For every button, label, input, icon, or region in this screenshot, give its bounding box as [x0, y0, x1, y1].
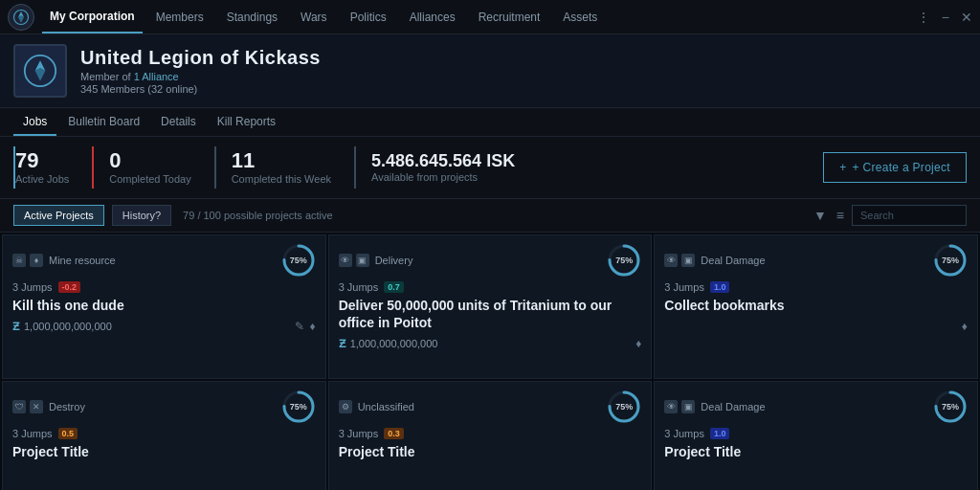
standing-badge: 0.7	[384, 281, 404, 293]
progress-circle: 75%	[281, 243, 316, 278]
card-type-label: Destroy	[49, 401, 85, 412]
card-icons: ⚙	[339, 400, 352, 413]
completed-today-value: 0	[109, 150, 190, 171]
minimize-icon[interactable]: −	[942, 10, 949, 25]
active-jobs-label: Active Jobs	[15, 173, 69, 185]
create-project-button[interactable]: + + Create a Project	[823, 152, 967, 183]
filter-icons: ▼ ≡	[813, 208, 844, 223]
card-icons: 👁▣	[339, 254, 369, 267]
card-icons: 🛡✕	[12, 400, 43, 413]
edit-icon[interactable]: ✎	[295, 320, 304, 333]
card-type-label: Deal Damage	[701, 401, 765, 412]
progress-label: 75%	[615, 256, 633, 265]
isk-label: Available from projects	[371, 171, 515, 183]
card-icons: 👁▣	[664, 400, 695, 413]
subtab-kill-reports[interactable]: Kill Reports	[208, 108, 285, 136]
corp-header: United Legion of Kickass Member of 1 All…	[0, 34, 980, 108]
type-icon: ▣	[681, 400, 695, 413]
card-jumps: 3 Jumps	[12, 428, 53, 439]
progress-label: 75%	[290, 256, 307, 265]
favorite-icon[interactable]: ♦	[962, 320, 968, 333]
project-card: 👁▣ Deal Damage 75% 3 Jumps 1.0 Project T…	[654, 381, 978, 490]
completed-week-label: Completed this Week	[232, 173, 331, 185]
card-jumps-row: 3 Jumps 1.0	[664, 281, 968, 293]
progress-circle: 75%	[933, 390, 968, 424]
card-type-label: Delivery	[375, 255, 413, 266]
type-icon: ✕	[30, 400, 43, 413]
progress-label: 75%	[942, 402, 959, 412]
corp-name: United Legion of Kickass	[80, 47, 321, 69]
type-icon: 👁	[664, 400, 678, 413]
tab-politics[interactable]: Politics	[341, 0, 396, 33]
card-jumps: 3 Jumps	[339, 428, 379, 439]
filter-icon[interactable]: ▼	[813, 208, 827, 223]
window-controls: ⋮ − ✕	[917, 10, 972, 25]
project-title: Project Title	[12, 443, 316, 460]
app-logo	[8, 4, 34, 31]
close-icon[interactable]: ✕	[961, 10, 972, 25]
subtab-jobs[interactable]: Jobs	[13, 108, 56, 136]
card-type-row: ☠♦ Mine resource	[12, 254, 116, 267]
project-title: Kill this one dude	[12, 297, 316, 314]
filter-info: 79 / 100 possible projects active	[183, 210, 333, 221]
project-card: ⚙ Unclassified 75% 3 Jumps 0.3 Project T…	[328, 381, 653, 490]
menu-icon[interactable]: ⋮	[917, 10, 930, 25]
type-icon: ▣	[356, 254, 369, 267]
card-jumps-row: 3 Jumps -0.2	[12, 281, 316, 293]
card-type-label: Deal Damage	[701, 255, 765, 266]
favorite-icon[interactable]: ♦	[310, 320, 316, 333]
card-header: 🛡✕ Destroy 75%	[12, 390, 316, 424]
tab-assets[interactable]: Assets	[553, 0, 607, 33]
search-input[interactable]	[852, 205, 967, 226]
card-jumps: 3 Jumps	[12, 281, 53, 293]
project-card: 👁▣ Delivery 75% 3 Jumps 0.7 Deliver 50,0…	[328, 234, 653, 379]
tab-members[interactable]: Members	[146, 0, 213, 33]
subtab-bulletin[interactable]: Bulletin Board	[58, 108, 149, 136]
favorite-icon[interactable]: ♦	[635, 337, 641, 350]
card-type-row: 👁▣ Deal Damage	[664, 254, 765, 267]
tab-alliances[interactable]: Alliances	[400, 0, 465, 33]
project-title: Project Title	[339, 443, 642, 460]
sort-icon[interactable]: ≡	[836, 208, 844, 223]
card-header: 👁▣ Delivery 75%	[339, 243, 642, 278]
type-icon: 👁	[339, 254, 352, 267]
card-footer: Ƶ1,000,000,000,000 ♦	[339, 337, 642, 350]
card-type-row: 👁▣ Deal Damage	[664, 400, 765, 413]
projects-grid: ☠♦ Mine resource 75% 3 Jumps -0.2 Kill t…	[0, 233, 980, 490]
card-header: ⚙ Unclassified 75%	[339, 390, 642, 424]
card-jumps: 3 Jumps	[664, 428, 704, 439]
history-button[interactable]: History?	[112, 205, 171, 226]
standing-badge: 1.0	[710, 281, 730, 293]
type-icon: ♦	[30, 254, 43, 267]
card-jumps: 3 Jumps	[664, 281, 704, 293]
project-title: Collect bookmarks	[664, 297, 968, 314]
type-icon: ☠	[12, 254, 26, 267]
card-icons: ☠♦	[12, 254, 43, 267]
progress-circle: 75%	[933, 243, 968, 278]
corp-alliance: Member of 1 Alliance	[80, 71, 321, 82]
card-header: ☠♦ Mine resource 75%	[12, 243, 316, 278]
alliance-link[interactable]: 1 Alliance	[134, 71, 179, 82]
card-isk: Ƶ1,000,000,000,000	[12, 321, 112, 333]
card-isk: Ƶ1,000,000,000,000	[339, 338, 438, 350]
subtab-details[interactable]: Details	[151, 108, 206, 136]
project-card: 🛡✕ Destroy 75% 3 Jumps 0.5 Project Title	[2, 381, 326, 490]
completed-week-value: 11	[232, 150, 331, 171]
card-type-row: 🛡✕ Destroy	[12, 400, 85, 413]
progress-circle: 75%	[281, 390, 316, 424]
card-footer: Ƶ1,000,000,000,000 ✎ ♦	[12, 320, 316, 333]
card-jumps-row: 3 Jumps 0.3	[339, 428, 642, 439]
standing-badge: -0.2	[58, 281, 81, 293]
type-icon: ⚙	[339, 400, 352, 413]
tab-standings[interactable]: Standings	[217, 0, 287, 33]
tab-wars[interactable]: Wars	[291, 0, 337, 33]
standing-badge: 1.0	[710, 428, 730, 439]
tab-recruitment[interactable]: Recruitment	[469, 0, 550, 33]
tab-my-corporation[interactable]: My Corporation	[42, 0, 143, 33]
card-type-row: ⚙ Unclassified	[339, 400, 414, 413]
project-title: Deliver 50,000,000 units of Tritanium to…	[339, 297, 642, 331]
plus-icon: +	[839, 161, 846, 174]
progress-label: 75%	[615, 402, 633, 412]
active-projects-button[interactable]: Active Projects	[13, 205, 104, 226]
card-jumps-row: 3 Jumps 0.5	[12, 428, 316, 439]
